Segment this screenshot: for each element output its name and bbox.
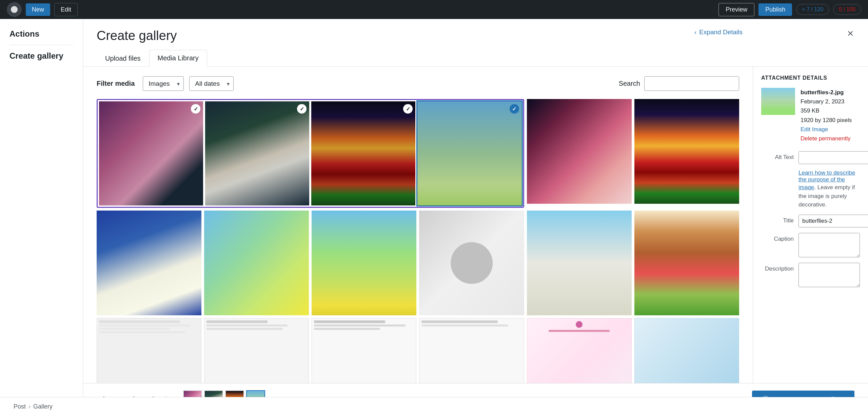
media-item[interactable]: ✓ (205, 101, 309, 205)
media-item-image (527, 99, 632, 204)
caption-textarea[interactable] (798, 233, 860, 257)
filter-type-select[interactable]: Images (143, 76, 184, 91)
media-item-image (97, 318, 201, 383)
media-item[interactable] (527, 211, 632, 315)
attachment-thumbnail (761, 88, 795, 115)
search-label: Search (619, 80, 640, 87)
caption-label: Caption (761, 233, 798, 242)
media-item[interactable] (312, 318, 416, 383)
delete-permanently-link[interactable]: Delete permanently (801, 135, 850, 142)
attachment-dimensions: 1920 by 1280 pixels (801, 116, 852, 125)
attachment-filesize: 359 KB (801, 106, 852, 115)
description-label: Description (761, 263, 798, 272)
breadcrumb-separator: › (28, 403, 31, 410)
media-item[interactable] (204, 318, 309, 383)
modal-sidebar: Actions Create gallery (0, 19, 83, 416)
main-background: Actions Create gallery × ‹ Expand Detail… (0, 19, 868, 416)
media-item[interactable] (97, 318, 201, 383)
edit-button[interactable]: Edit (54, 3, 78, 16)
media-item-image (204, 211, 309, 315)
media-item[interactable] (312, 211, 416, 315)
media-item-image (312, 318, 416, 383)
media-item-image (419, 211, 524, 315)
wp-logo[interactable] (7, 2, 22, 17)
attachment-preview: butterflies-2.jpg February 2, 2023 359 K… (761, 88, 860, 143)
description-field: Description (761, 263, 860, 287)
counter-red-button[interactable]: 0 / 100 (833, 4, 861, 15)
sidebar-actions-item[interactable]: Actions (9, 29, 73, 39)
media-item[interactable]: ✓ (99, 101, 203, 205)
title-label: Title (761, 215, 798, 224)
media-item[interactable] (527, 99, 632, 204)
media-item-image (634, 211, 739, 315)
tab-media-library[interactable]: Media Library (149, 50, 207, 67)
new-post-button[interactable]: New (26, 3, 50, 16)
modal-header: Create gallery Upload files Media Librar… (83, 19, 868, 67)
attachment-filename: butterflies-2.jpg (801, 88, 852, 97)
media-item-image (204, 318, 309, 383)
media-item-image (97, 211, 201, 315)
breadcrumb-bar: Post › Gallery (0, 397, 868, 416)
media-item-image (527, 211, 632, 315)
modal-close-button[interactable]: × (843, 26, 858, 41)
media-item[interactable] (204, 211, 309, 315)
description-textarea[interactable] (798, 263, 860, 287)
alt-text-field: Alt Text (761, 151, 860, 164)
media-item[interactable] (419, 318, 524, 383)
check-mark: ✓ (191, 104, 200, 114)
filter-type-wrapper: Images (143, 76, 184, 91)
media-item[interactable] (419, 211, 524, 315)
modal-dialog: × ‹ Expand Details Create gallery Upload… (83, 19, 868, 416)
media-item-active[interactable]: ✓ (417, 101, 521, 205)
media-item-image (527, 318, 632, 383)
learn-how-section: Learn how to describe the purpose of the… (798, 170, 860, 209)
attachment-details-title: ATTACHMENT DETAILS (761, 75, 860, 81)
media-grid: ✓ ✓ ✓ (97, 99, 739, 383)
media-content: Filter media Images All dates (83, 67, 753, 383)
attachment-meta: butterflies-2.jpg February 2, 2023 359 K… (801, 88, 852, 143)
title-field: Title butterflies-2 (761, 215, 860, 227)
edit-image-link[interactable]: Edit Image (801, 126, 828, 133)
media-item[interactable] (527, 318, 632, 383)
check-overlay (417, 101, 521, 205)
media-item[interactable] (634, 211, 739, 315)
caption-field: Caption (761, 233, 860, 257)
top-right-actions: Preview Publish + 7 / 120 0 / 100 (718, 3, 861, 16)
media-item-image (312, 211, 416, 315)
filter-bar: Filter media Images All dates (97, 76, 739, 91)
publish-button[interactable]: Publish (758, 3, 792, 16)
breadcrumb-gallery: Gallery (33, 403, 53, 410)
alt-text-input[interactable] (798, 151, 868, 164)
alt-text-label: Alt Text (761, 151, 798, 161)
media-item[interactable]: ✓ (311, 101, 415, 205)
attachment-date: February 2, 2023 (801, 97, 852, 106)
preview-button[interactable]: Preview (718, 3, 754, 16)
expand-details-label: Expand Details (699, 28, 743, 36)
media-item-image (634, 99, 739, 204)
filter-dates-select[interactable]: All dates (189, 76, 234, 91)
filter-dates-wrapper: All dates (189, 76, 234, 91)
search-area: Search (619, 76, 739, 91)
media-item-image (419, 318, 524, 383)
media-item[interactable] (634, 318, 739, 383)
modal-overlay: Actions Create gallery × ‹ Expand Detail… (0, 19, 868, 416)
sidebar-create-gallery-item[interactable]: Create gallery (9, 45, 73, 61)
check-overlay (311, 101, 415, 205)
attachment-details-panel: ATTACHMENT DETAILS butterflies-2.jpg Feb… (753, 67, 868, 383)
expand-details-link[interactable]: ‹ Expand Details (694, 28, 743, 36)
media-item-image (634, 318, 739, 383)
selected-group: ✓ ✓ ✓ (97, 99, 524, 208)
breadcrumb-post[interactable]: Post (14, 403, 26, 410)
counter-blue-button[interactable]: + 7 / 120 (796, 4, 829, 15)
chevron-left-icon: ‹ (694, 28, 696, 36)
tab-upload-files[interactable]: Upload files (97, 50, 149, 66)
search-input[interactable] (644, 76, 739, 91)
check-overlay (205, 101, 309, 205)
admin-bar: New Edit Preview Publish + 7 / 120 0 / 1… (0, 0, 868, 19)
filter-media-label: Filter media (97, 80, 135, 87)
media-item[interactable] (97, 211, 201, 315)
media-item[interactable] (634, 99, 739, 204)
modal-tabs: Upload files Media Library (97, 50, 854, 66)
title-input[interactable]: butterflies-2 (798, 215, 868, 227)
check-mark-active: ✓ (510, 104, 519, 114)
